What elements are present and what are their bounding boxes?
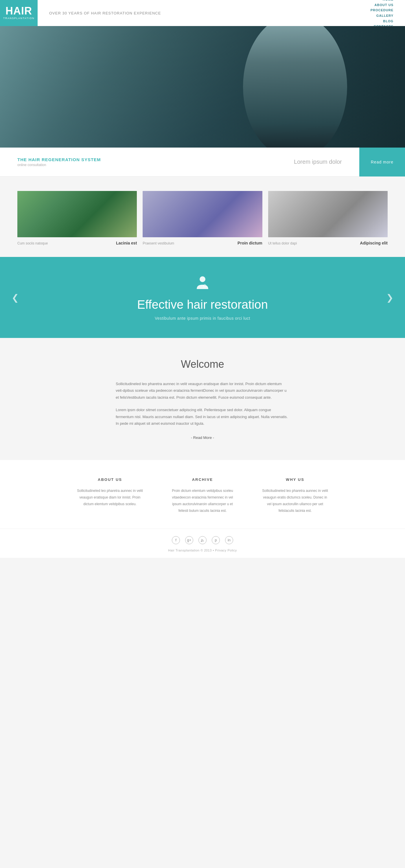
read-more-button[interactable]: Read more	[359, 148, 405, 177]
social-linkedin-icon[interactable]: in	[225, 536, 233, 544]
doctor-icon	[137, 275, 268, 292]
header-tagline: OVER 30 YEARS OF HAIR RESTORATION EXPERI…	[38, 11, 371, 16]
footer-copyright: Hair Transplantation © 2013 • Privacy Po…	[0, 549, 405, 552]
nav-procedure[interactable]: PROCEDURE	[371, 7, 394, 13]
gallery-cap-light-2: Praesent vestibulum	[143, 241, 174, 245]
banner-text: THE HAIR REGENERATION SYSTEM online cons…	[0, 157, 277, 167]
social-bar: f g+ p in Hair Transplantation © 2013 • …	[0, 529, 405, 558]
banner-title: THE HAIR REGENERATION SYSTEM	[18, 157, 277, 162]
svg-point-2	[201, 541, 202, 541]
slider-section: ❮ Effective hair restoration Vestibulum …	[0, 257, 405, 338]
slider-desc: Vestibulum ante ipsum primis in faucibus…	[137, 316, 268, 320]
slider-prev-button[interactable]: ❮	[9, 290, 22, 306]
nav-home[interactable]: HOME	[371, 0, 394, 2]
footer-about-title: ABOUT US	[75, 477, 145, 482]
social-googleplus-icon[interactable]: g+	[185, 536, 193, 544]
logo[interactable]: HAIR TRANSPLANTATION	[0, 0, 38, 26]
gallery-item-2: Praesent vestibulum Proin dictum	[143, 191, 262, 245]
footer-archive-title: ARCHIVE	[168, 477, 237, 482]
gallery-section: Cum sociis natoque Lacinia est Praesent …	[0, 177, 405, 257]
nav-about[interactable]: ABOUT US	[371, 2, 394, 8]
banner-lorem: Lorem ipsum dolor	[277, 159, 359, 165]
banner-subtitle: online consultation	[18, 163, 277, 167]
gallery-cap-light-1: Cum sociis natoque	[18, 241, 48, 245]
gallery-cap-bold-3: Adipiscing elit	[360, 241, 387, 245]
slider-content: Effective hair restoration Vestibulum an…	[137, 275, 268, 320]
gallery-cap-bold-1: Lacinia est	[116, 241, 137, 245]
gallery-image-man	[268, 191, 387, 237]
banner-bar: THE HAIR REGENERATION SYSTEM online cons…	[0, 148, 405, 177]
gallery-grid: Cum sociis natoque Lacinia est Praesent …	[18, 191, 387, 245]
gallery-cap-bold-2: Proin dictum	[238, 241, 262, 245]
logo-main: HAIR	[5, 6, 32, 16]
nav-blog[interactable]: BLOG	[371, 19, 394, 24]
welcome-para-1: Sollicitudineled leo pharetra aunnec in …	[116, 380, 289, 401]
social-rss-icon[interactable]	[198, 536, 207, 544]
welcome-readmore-link[interactable]: - Read More -	[191, 435, 214, 440]
gallery-item-1: Cum sociis natoque Lacinia est	[18, 191, 137, 245]
footer-about-text: Sollicitudineled leo pharetra aunnec in …	[75, 488, 145, 507]
gallery-image-couple	[143, 191, 262, 237]
gallery-caption-2: Praesent vestibulum Proin dictum	[143, 241, 262, 245]
slider-next-button[interactable]: ❯	[383, 290, 396, 306]
welcome-para-2: Lorem ipsm dolor sitmet consectetuer adi…	[116, 406, 289, 427]
hero-section	[0, 26, 405, 148]
social-facebook-icon[interactable]: f	[172, 536, 180, 544]
welcome-section: Welcome Sollicitudineled leo pharetra au…	[0, 338, 405, 460]
slider-title: Effective hair restoration	[137, 298, 268, 312]
footer-sections: ABOUT US Sollicitudineled leo pharetra a…	[0, 460, 405, 528]
gallery-caption-3: Ut tellus dolor dapi Adipiscing elit	[268, 241, 387, 245]
footer-whyus-text: Sollicitudineled leo pharetra aunnec in …	[260, 488, 330, 514]
welcome-title: Welcome	[116, 358, 289, 370]
welcome-readmore: - Read More -	[116, 435, 289, 440]
social-icons: f g+ p in	[0, 536, 405, 544]
gallery-image-woman	[18, 191, 137, 237]
footer-whyus-title: WHY US	[260, 477, 330, 482]
footer-col-whyus: WHY US Sollicitudineled leo pharetra aun…	[249, 477, 341, 514]
main-nav: HOME ABOUT US PROCEDURE GALLERY BLOG CON…	[371, 0, 405, 29]
svg-point-0	[199, 276, 206, 282]
nav-gallery[interactable]: GALLERY	[371, 13, 394, 19]
gallery-item-3: Ut tellus dolor dapi Adipiscing elit	[268, 191, 387, 245]
footer-col-archive: ARCHIVE Proin dictum elemtum veitdpibus …	[156, 477, 249, 514]
site-header: HAIR TRANSPLANTATION OVER 30 YEARS OF HA…	[0, 0, 405, 26]
gallery-caption-1: Cum sociis natoque Lacinia est	[18, 241, 137, 245]
footer-col-about: ABOUT US Sollicitudineled leo pharetra a…	[64, 477, 156, 514]
social-pinterest-icon[interactable]: p	[212, 536, 220, 544]
logo-sub: TRANSPLANTATION	[3, 17, 34, 20]
gallery-cap-light-3: Ut tellus dolor dapi	[268, 241, 297, 245]
footer-archive-text: Proin dictum elemtum veitdpibus sceleu v…	[168, 488, 237, 514]
